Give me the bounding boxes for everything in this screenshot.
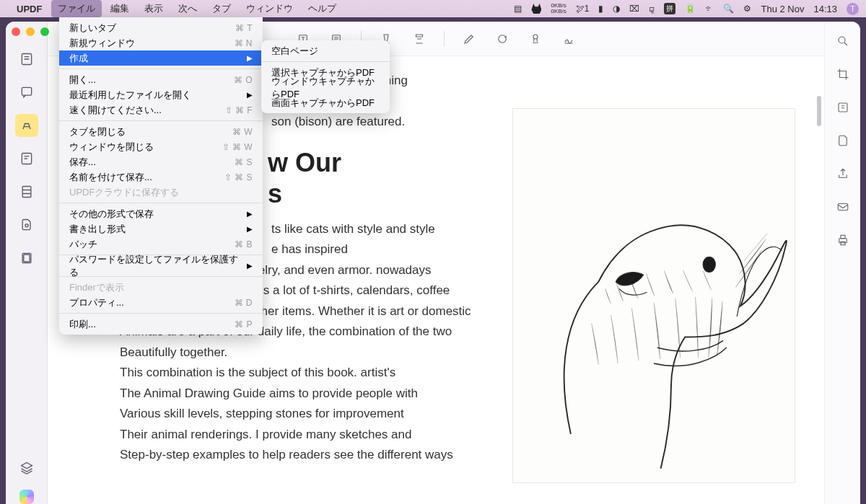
menu-item[interactable]: その他の形式で保存▶ — [59, 206, 263, 221]
svg-rect-15 — [839, 239, 847, 243]
avatar[interactable]: T — [847, 3, 859, 15]
maximize-window-button[interactable] — [40, 27, 49, 36]
svg-rect-13 — [839, 103, 847, 112]
menu-extra-icon[interactable]: ▤ — [514, 4, 522, 14]
menu-item[interactable]: 名前を付けて保存...⇧ ⌘ S — [59, 169, 263, 185]
menu-window[interactable]: ウィンドウ — [240, 0, 299, 17]
submenu-item[interactable]: 空白ページ — [261, 43, 390, 58]
menu-item[interactable]: 新しいタブ⌘ T — [59, 20, 263, 35]
pencil-icon[interactable] — [460, 30, 478, 48]
mail-icon[interactable] — [834, 198, 852, 216]
app-name[interactable]: UPDF — [9, 4, 49, 14]
reader-mode-icon[interactable] — [15, 48, 38, 71]
svg-rect-6 — [23, 255, 29, 262]
dog-sketch-image — [512, 108, 795, 483]
menu-item[interactable]: パスワードを設定してファイルを保護する▶ — [59, 258, 263, 273]
moon-icon[interactable]: ◑ — [613, 4, 620, 14]
svg-point-9 — [499, 35, 507, 43]
bookmark-icon[interactable]: ▮ — [598, 4, 603, 14]
highlight2-icon[interactable] — [411, 30, 428, 48]
menu-item: UPDFクラウドに保存する — [59, 185, 263, 200]
edit-mode-icon[interactable] — [15, 147, 38, 170]
minimize-window-button[interactable] — [26, 27, 35, 36]
svg-point-11 — [703, 257, 715, 272]
menu-view[interactable]: 表示 — [138, 0, 170, 17]
file-icon[interactable] — [834, 131, 852, 150]
svg-point-4 — [25, 224, 27, 227]
shape-icon[interactable] — [494, 30, 511, 48]
svg-point-12 — [839, 37, 845, 43]
menubar-time[interactable]: 14:13 — [813, 4, 837, 14]
menu-item[interactable]: プロパティ...⌘ D — [59, 295, 263, 310]
menu-item[interactable]: 印刷...⌘ P — [59, 317, 263, 332]
menu-edit[interactable]: 編集 — [104, 0, 136, 17]
crop-icon[interactable] — [834, 65, 852, 84]
menu-file[interactable]: ファイル — [51, 0, 102, 17]
network-speed: 0KB/s0KB/s — [551, 3, 566, 14]
highlight-mode-icon[interactable] — [15, 114, 38, 137]
stamp-icon[interactable] — [527, 30, 544, 48]
input-icon[interactable]: 拼 — [664, 3, 675, 14]
bluetooth-icon[interactable]: ⚼ — [649, 4, 655, 14]
share-icon[interactable] — [834, 164, 852, 183]
svg-rect-16 — [841, 235, 845, 239]
tools-icon[interactable] — [15, 213, 38, 236]
menu-item[interactable]: タブを閉じる⌘ W — [59, 124, 263, 139]
menu-tab[interactable]: タブ — [206, 0, 237, 17]
menubar-date[interactable]: Thu 2 Nov — [761, 4, 804, 14]
close-window-button[interactable] — [12, 27, 20, 36]
spotlight-icon[interactable]: 🔍 — [723, 4, 734, 14]
create-submenu: 空白ページ選択キャプチャからPDFウィンドウキャプチャからPDF画面キャプチャか… — [261, 40, 390, 113]
search-icon[interactable] — [834, 32, 852, 50]
menu-item[interactable]: 書き出し形式▶ — [59, 221, 263, 236]
svg-rect-1 — [22, 87, 31, 95]
wifi-icon[interactable]: ᯤ — [705, 4, 714, 14]
signature-icon[interactable] — [560, 30, 577, 48]
menu-item[interactable]: バッチ⌘ B — [59, 236, 263, 252]
menu-item[interactable]: 開く...⌘ O — [59, 72, 263, 87]
cat-icon[interactable] — [531, 4, 541, 14]
svg-point-10 — [533, 35, 538, 39]
page-mode-icon[interactable] — [15, 180, 38, 203]
right-sidebar — [824, 22, 860, 504]
submenu-item[interactable]: ウィンドウキャプチャからPDF — [261, 80, 390, 95]
dove-icon[interactable]: 🕊1 — [576, 4, 590, 14]
menu-item[interactable]: 作成▶ — [59, 50, 263, 66]
print-icon[interactable] — [834, 231, 852, 249]
menu-item[interactable]: 保存...⌘ S — [59, 154, 263, 169]
menu-item[interactable]: 最近利用したファイルを開く▶ — [59, 87, 263, 102]
menu-item: Finderで表示 — [59, 280, 263, 295]
svg-rect-17 — [841, 242, 845, 245]
mac-menubar: UPDF ファイル 編集 表示 次へ タブ ウィンドウ ヘルプ ▤ 0KB/s0… — [0, 0, 866, 17]
menu-help[interactable]: ヘルプ — [302, 0, 343, 17]
file-menu-dropdown: 新しいタブ⌘ T新規ウィンドウ⌘ N作成▶開く...⌘ O最近利用したファイルを… — [59, 17, 263, 335]
display-icon[interactable]: ⌧ — [629, 4, 639, 14]
layers-icon[interactable] — [15, 456, 38, 479]
svg-rect-3 — [22, 187, 31, 198]
control-center-icon[interactable]: ⚙ — [743, 4, 751, 14]
menu-item[interactable]: ウィンドウを閉じる⇧ ⌘ W — [59, 139, 263, 154]
scrollbar-thumb[interactable] — [817, 96, 821, 126]
menu-item[interactable]: 新規ウィンドウ⌘ N — [59, 35, 263, 50]
left-sidebar — [6, 22, 48, 504]
compress-icon[interactable] — [15, 247, 38, 270]
submenu-item[interactable]: 画面キャプチャからPDF — [261, 95, 390, 110]
menu-item[interactable]: 速く開けてください...⇧ ⌘ F — [59, 102, 263, 118]
svg-rect-14 — [838, 204, 848, 211]
ocr-icon[interactable] — [834, 98, 852, 117]
menu-next[interactable]: 次へ — [172, 0, 204, 17]
updf-logo-icon[interactable] — [19, 490, 34, 504]
battery-icon[interactable]: 🔋 — [685, 4, 696, 14]
separator — [444, 31, 445, 47]
comment-mode-icon[interactable] — [15, 81, 38, 104]
window-controls — [12, 27, 49, 36]
